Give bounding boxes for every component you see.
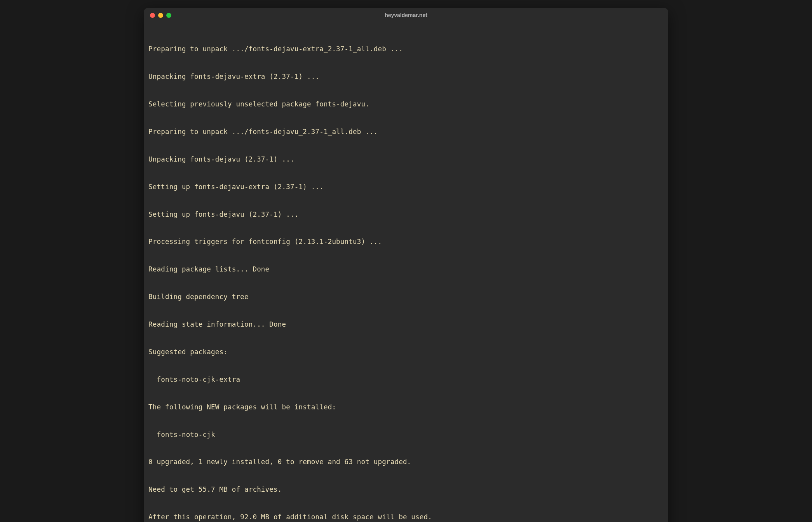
terminal-line: Preparing to unpack .../fonts-dejavu_2.3… xyxy=(148,127,664,137)
terminal-line: Preparing to unpack .../fonts-dejavu-ext… xyxy=(148,45,664,54)
terminal-line: fonts-noto-cjk xyxy=(148,430,664,440)
terminal-line: Need to get 55.7 MB of archives. xyxy=(148,485,664,494)
terminal-line: Setting up fonts-dejavu-extra (2.37-1) .… xyxy=(148,183,664,192)
terminal-line: Unpacking fonts-dejavu-extra (2.37-1) ..… xyxy=(148,72,664,82)
window-title: heyvaldemar.net xyxy=(150,12,662,18)
terminal-window: heyvaldemar.net Preparing to unpack .../… xyxy=(144,8,668,522)
terminal-line: Processing triggers for fontconfig (2.13… xyxy=(148,237,664,247)
terminal-line: After this operation, 92.0 MB of additio… xyxy=(148,513,664,522)
terminal-line: 0 upgraded, 1 newly installed, 0 to remo… xyxy=(148,458,664,467)
close-button[interactable] xyxy=(150,13,155,18)
terminal-line: Unpacking fonts-dejavu (2.37-1) ... xyxy=(148,155,664,164)
terminal-line: Reading state information... Done xyxy=(148,320,664,329)
traffic-lights xyxy=(150,13,171,18)
terminal-line: Reading package lists... Done xyxy=(148,265,664,274)
terminal-line: Setting up fonts-dejavu (2.37-1) ... xyxy=(148,210,664,219)
terminal-line: Building dependency tree xyxy=(148,292,664,302)
terminal-body[interactable]: Preparing to unpack .../fonts-dejavu-ext… xyxy=(144,23,668,522)
maximize-button[interactable] xyxy=(166,13,171,18)
terminal-line: The following NEW packages will be insta… xyxy=(148,403,664,412)
minimize-button[interactable] xyxy=(158,13,163,18)
terminal-line: Selecting previously unselected package … xyxy=(148,100,664,109)
terminal-line: fonts-noto-cjk-extra xyxy=(148,375,664,385)
terminal-line: Suggested packages: xyxy=(148,348,664,357)
title-bar: heyvaldemar.net xyxy=(144,8,668,23)
